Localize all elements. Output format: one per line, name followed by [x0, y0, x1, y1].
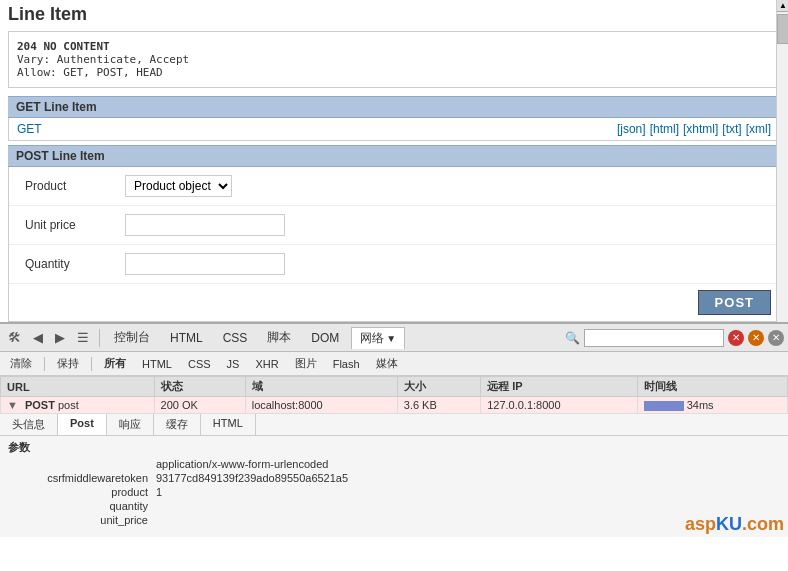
devtools-panel: 🛠 ◀ ▶ ☰ 控制台 HTML CSS 脚本 DOM 网络 ▼ 🔍 ✕ ✕ ✕… [0, 322, 788, 537]
unit-price-input[interactable] [125, 214, 285, 236]
timeline-label: 34ms [687, 399, 714, 411]
sub-tab-response[interactable]: 响应 [107, 414, 154, 435]
unit-price-row: Unit price [9, 206, 779, 245]
toolbar-separator-1 [99, 329, 100, 347]
devtools-menu-btn[interactable]: ☰ [73, 328, 93, 347]
col-size[interactable]: 大小 [397, 377, 480, 397]
tab-html[interactable]: HTML [162, 329, 211, 347]
tab-console[interactable]: 控制台 [106, 327, 158, 348]
watermark: aspKU.com [685, 514, 784, 535]
param-csrf-name: csrfmiddlewaretoken [8, 472, 148, 484]
get-section: GET Line Item GET [json] [html] [xhtml] … [8, 96, 780, 141]
product-select[interactable]: Product object [125, 175, 232, 197]
filter-js[interactable]: JS [223, 357, 244, 371]
filter-sep-1 [44, 357, 45, 371]
close-red-btn[interactable]: ✕ [728, 330, 744, 346]
row-path: post [58, 399, 79, 411]
param-csrf: csrfmiddlewaretoken 93177cd849139f239ado… [8, 471, 780, 485]
post-section-header: POST Line Item [8, 145, 780, 167]
post-button[interactable]: POST [698, 290, 771, 315]
devtools-search: 🔍 ✕ ✕ ✕ [565, 329, 784, 347]
devtools-icon-btn[interactable]: 🛠 [4, 328, 25, 347]
row-size: 3.6 KB [397, 397, 480, 414]
row-domain: localhost:8000 [245, 397, 397, 414]
devtools-forward-btn[interactable]: ▶ [51, 328, 69, 347]
filter-sep-2 [91, 357, 92, 371]
quantity-label: Quantity [25, 257, 125, 271]
sub-tab-post[interactable]: Post [58, 414, 107, 435]
format-xml[interactable]: [xml] [746, 122, 771, 136]
format-json[interactable]: [json] [617, 122, 646, 136]
param-product-name: product [8, 486, 148, 498]
network-table: URL 状态 域 大小 远程 IP 时间线 ▼ POST post 200 OK… [0, 376, 788, 414]
param-quantity: quantity [8, 499, 780, 513]
tab-script[interactable]: 脚本 [259, 327, 299, 348]
format-links: [json] [html] [xhtml] [txt] [xml] [617, 122, 771, 136]
param-content-type-label [8, 458, 148, 470]
close-gray-btn[interactable]: ✕ [768, 330, 784, 346]
col-url[interactable]: URL [1, 377, 155, 397]
response-allow: Allow: GET, POST, HEAD [17, 66, 771, 79]
response-status: 204 NO CONTENT [17, 40, 771, 53]
tab-css[interactable]: CSS [215, 329, 256, 347]
table-row[interactable]: ▼ POST post 200 OK localhost:8000 3.6 KB… [1, 397, 788, 414]
filter-keep[interactable]: 保持 [53, 355, 83, 372]
response-vary: Vary: Authenticate, Accept [17, 53, 771, 66]
search-input[interactable] [584, 329, 724, 347]
col-domain[interactable]: 域 [245, 377, 397, 397]
param-product-value: 1 [156, 486, 162, 498]
response-box: 204 NO CONTENT Vary: Authenticate, Accep… [8, 31, 780, 88]
close-orange-btn[interactable]: ✕ [748, 330, 764, 346]
watermark-asp: asp [685, 514, 716, 534]
col-timeline[interactable]: 时间线 [637, 377, 787, 397]
unit-price-label: Unit price [25, 218, 125, 232]
sub-tab-headers[interactable]: 头信息 [0, 414, 58, 435]
scrollbar[interactable]: ▲ ▼ [776, 0, 788, 360]
filter-flash[interactable]: Flash [329, 357, 364, 371]
watermark-com: .com [742, 514, 784, 534]
param-content-type: application/x-www-form-urlencoded [8, 457, 780, 471]
filter-css[interactable]: CSS [184, 357, 215, 371]
param-content-type-value: application/x-www-form-urlencoded [156, 458, 328, 470]
col-status[interactable]: 状态 [154, 377, 245, 397]
row-url: ▼ POST post [1, 397, 155, 414]
expand-icon[interactable]: ▼ [7, 399, 18, 411]
param-unit-price: unit_price [8, 513, 780, 527]
row-method: POST [25, 399, 55, 411]
params-title: 参数 [8, 440, 780, 455]
format-xhtml[interactable]: [xhtml] [683, 122, 718, 136]
tab-dom[interactable]: DOM [303, 329, 347, 347]
scroll-up-arrow[interactable]: ▲ [777, 0, 788, 12]
search-icon: 🔍 [565, 331, 580, 345]
get-link[interactable]: GET [17, 122, 42, 136]
devtools-back-btn[interactable]: ◀ [29, 328, 47, 347]
row-status: 200 OK [154, 397, 245, 414]
filter-clear[interactable]: 清除 [6, 355, 36, 372]
param-unit-price-name: unit_price [8, 514, 148, 526]
post-button-row: POST [9, 284, 779, 321]
watermark-ku: KU [716, 514, 742, 534]
filter-images[interactable]: 图片 [291, 355, 321, 372]
product-label: Product [25, 179, 125, 193]
sub-tabs: 头信息 Post 响应 缓存 HTML [0, 414, 788, 436]
tab-network-label: 网络 ▼ [360, 330, 396, 347]
col-remote-ip[interactable]: 远程 IP [481, 377, 638, 397]
sub-tab-html[interactable]: HTML [201, 414, 256, 435]
filter-all[interactable]: 所有 [100, 355, 130, 372]
format-txt[interactable]: [txt] [722, 122, 741, 136]
quantity-input[interactable] [125, 253, 285, 275]
filter-bar: 清除 保持 所有 HTML CSS JS XHR 图片 Flash 媒体 [0, 352, 788, 376]
get-section-header: GET Line Item [8, 96, 780, 118]
row-timeline: 34ms [637, 397, 787, 414]
param-csrf-value: 93177cd849139f239ado89550a6521a5 [156, 472, 348, 484]
filter-xhr[interactable]: XHR [251, 357, 282, 371]
scroll-thumb[interactable] [777, 14, 788, 44]
timeline-bar [644, 401, 684, 411]
post-section: POST Line Item Product Product object Un… [8, 145, 780, 322]
format-html[interactable]: [html] [650, 122, 679, 136]
filter-media[interactable]: 媒体 [372, 355, 402, 372]
tab-network[interactable]: 网络 ▼ [351, 327, 405, 349]
quantity-row: Quantity [9, 245, 779, 284]
filter-html[interactable]: HTML [138, 357, 176, 371]
sub-tab-cache[interactable]: 缓存 [154, 414, 201, 435]
